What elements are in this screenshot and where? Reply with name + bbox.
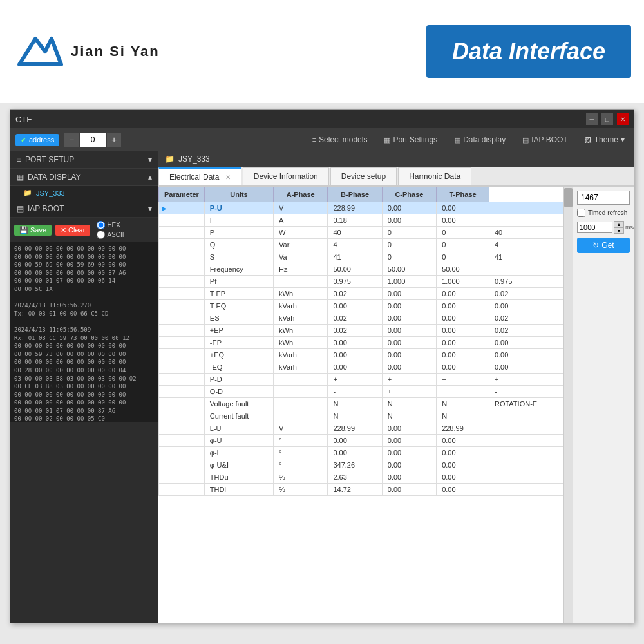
cell-t: 0.00 — [489, 300, 563, 312]
nav-tab-port-settings[interactable]: ▦ Port Settings — [380, 133, 441, 146]
cell-units: kVarh — [274, 300, 328, 312]
tab-device-setup[interactable]: Device setup — [330, 167, 397, 185]
interval-input[interactable] — [577, 222, 612, 233]
ascii-radio-label[interactable]: ASCII — [97, 231, 124, 239]
cell-b: N — [382, 398, 436, 410]
table-row[interactable]: +EP kWh 0.02 0.00 0.00 0.02 — [159, 325, 564, 337]
table-row[interactable]: Q Var 4 0 0 4 — [159, 239, 564, 251]
cell-units: Hz — [274, 263, 328, 276]
spin-up-button[interactable]: ▲ — [614, 221, 624, 227]
cell-indicator — [159, 398, 205, 410]
table-row[interactable]: φ-I ° 0.00 0.00 0.00 — [159, 447, 564, 459]
tab-electrical-data[interactable]: Electrical Data ✕ — [158, 167, 242, 185]
device-folder-icon: 📁 — [165, 155, 175, 164]
save-button[interactable]: 💾 Save — [14, 225, 52, 236]
sidebar-item-port-setup[interactable]: ≡ PORT SETUP ▾ — [10, 151, 158, 169]
count-input[interactable] — [80, 133, 106, 147]
minimize-button[interactable]: ─ — [586, 113, 598, 125]
table-row[interactable]: T EP kWh 0.02 0.00 0.00 0.02 — [159, 288, 564, 300]
nav-tab-theme[interactable]: 🖼 Theme ▾ — [581, 133, 629, 146]
table-row[interactable]: P W 40 0 0 40 — [159, 227, 564, 239]
console-line: 00 00 00 01 07 00 00 00 87 A6 — [14, 407, 155, 415]
table-row[interactable]: Frequency Hz 50.00 50.00 50.00 — [159, 263, 564, 276]
cell-t — [489, 484, 563, 496]
nav-tab-iap-boot-label: IAP BOOT — [531, 135, 567, 144]
cell-param: Q — [204, 239, 273, 251]
nav-tab-select-models[interactable]: ≡ Select models — [308, 133, 372, 146]
table-row[interactable]: -EQ kVarh 0.00 0.00 0.00 0.00 — [159, 361, 564, 374]
ascii-radio[interactable] — [97, 231, 105, 239]
cell-indicator — [159, 300, 205, 312]
cell-indicator — [159, 349, 205, 361]
col-header-b: B-Phase — [328, 187, 382, 202]
table-row[interactable]: P-D + + + + — [159, 374, 564, 386]
cell-indicator — [159, 325, 205, 337]
count-plus-button[interactable]: + — [107, 133, 121, 147]
sidebar-item-data-display[interactable]: ▦ DATA DISPLAY ▴ — [10, 169, 158, 186]
table-row[interactable]: T EQ kVarh 0.00 0.00 0.00 0.00 — [159, 300, 564, 312]
data-display-sidebar-icon: ▦ — [17, 173, 24, 182]
tab-device-information[interactable]: Device Information — [243, 167, 329, 185]
sidebar-port-setup-label: PORT SETUP — [25, 155, 74, 164]
table-row[interactable]: THDi % 14.72 0.00 0.00 — [159, 484, 564, 496]
cell-b: 0.00 — [382, 447, 436, 459]
scroll-thumb[interactable] — [564, 188, 573, 207]
table-row[interactable]: ES kVah 0.02 0.00 0.00 0.02 — [159, 312, 564, 325]
sidebar-sub-jsy333[interactable]: 📁 JSY_333 — [10, 186, 158, 200]
title-bar: CTE ─ □ ✕ — [10, 110, 634, 128]
save-icon: 💾 — [19, 226, 28, 234]
nav-tab-iap-boot[interactable]: ▤ IAP BOOT — [518, 133, 571, 146]
cell-t — [489, 410, 563, 422]
cell-b: 0.00 — [382, 422, 436, 435]
sidebar-item-iap-boot[interactable]: ▤ IAP BOOT ▾ — [10, 200, 158, 218]
restore-button[interactable]: □ — [601, 113, 613, 125]
clear-icon: ✕ — [61, 226, 66, 234]
nav-tab-data-display-label: Data display — [463, 135, 506, 144]
console-rx: Rx: 01 03 CC 59 73 00 00 00 00 12 — [14, 334, 155, 343]
table-row[interactable]: Pf 0.975 1.000 1.000 0.975 — [159, 276, 564, 288]
table-row[interactable]: ▶ P-U V 228.99 0.00 0.00 — [159, 202, 564, 214]
table-row[interactable]: I A 0.18 0.00 0.00 — [159, 214, 564, 227]
get-button[interactable]: ↻ Get — [577, 238, 630, 253]
table-row[interactable]: L-U V 228.99 0.00 228.99 — [159, 422, 564, 435]
table-row[interactable]: -EP kWh 0.00 0.00 0.00 0.00 — [159, 337, 564, 349]
hex-radio[interactable] — [97, 221, 105, 229]
col-header-param: Parameter — [159, 187, 205, 202]
console-output: 00 00 00 00 00 00 00 00 00 00 00 00 00 0… — [10, 242, 158, 422]
table-row[interactable]: Q-D - + + - — [159, 386, 564, 398]
value-input[interactable] — [577, 191, 630, 205]
hex-radio-label[interactable]: HEX — [97, 221, 124, 229]
close-button[interactable]: ✕ — [617, 113, 629, 125]
table-row[interactable]: Current fault N N N — [159, 410, 564, 422]
table-row[interactable]: +EQ kVarh 0.00 0.00 0.00 0.00 — [159, 349, 564, 361]
table-row[interactable]: φ-U&I ° 347.26 0.00 0.00 — [159, 459, 564, 471]
ascii-label: ASCII — [107, 231, 124, 238]
cell-a: - — [328, 386, 382, 398]
console-toolbar: 💾 Save ✕ Clear HEX ASCII — [10, 218, 158, 242]
tab-harmonic-data[interactable]: Harmonic Data — [398, 167, 471, 185]
address-button[interactable]: ✔ address — [15, 134, 59, 146]
cell-param: +EQ — [204, 349, 273, 361]
spin-down-button[interactable]: ▼ — [614, 227, 624, 234]
cell-c: 0.00 — [437, 471, 489, 484]
cell-b: 0 — [382, 251, 436, 263]
table-row[interactable]: THDu % 2.63 0.00 0.00 — [159, 471, 564, 484]
cell-units: kWh — [274, 337, 328, 349]
get-icon: ↻ — [592, 241, 599, 250]
nav-tab-data-display[interactable]: ▦ Data display — [450, 133, 509, 146]
table-row[interactable]: φ-U ° 0.00 0.00 0.00 — [159, 435, 564, 447]
cell-indicator — [159, 361, 205, 374]
cell-c: 0.00 — [437, 202, 489, 214]
data-display-icon: ▦ — [454, 136, 460, 144]
cell-b: 0.00 — [382, 459, 436, 471]
table-scrollbar[interactable] — [564, 187, 573, 623]
count-minus-button[interactable]: − — [64, 133, 79, 147]
table-row[interactable]: Voltage fault N N N ROTATION-E — [159, 398, 564, 410]
table-row[interactable]: S Va 41 0 0 41 — [159, 251, 564, 263]
cell-c: 0.00 — [437, 459, 489, 471]
clear-button[interactable]: ✕ Clear — [55, 225, 90, 236]
timed-refresh-checkbox[interactable] — [577, 209, 585, 217]
console-line: 00 00 00 00 00 00 00 00 00 00 00 — [14, 253, 155, 261]
cell-indicator — [159, 251, 205, 263]
electrical-data-tab-close[interactable]: ✕ — [225, 174, 231, 181]
